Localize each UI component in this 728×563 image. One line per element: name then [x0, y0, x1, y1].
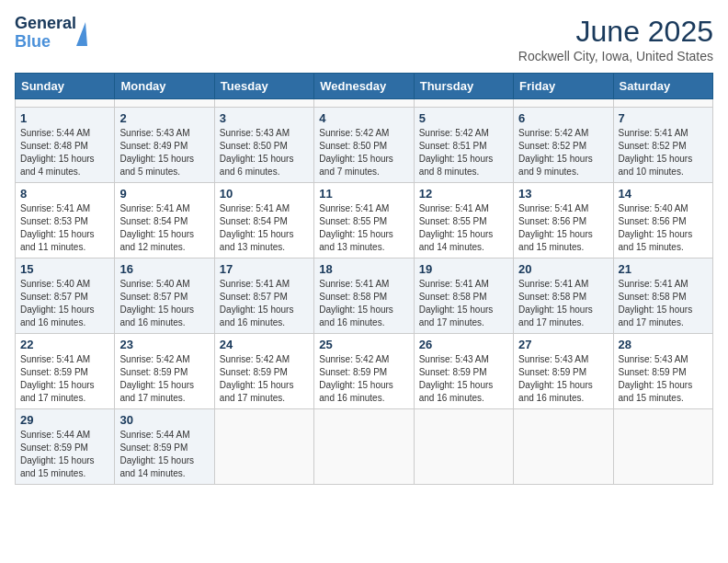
- calendar-day-cell: 2Sunrise: 5:43 AMSunset: 8:49 PMDaylight…: [115, 108, 214, 183]
- day-info: Sunrise: 5:43 AMSunset: 8:59 PMDaylight:…: [419, 353, 508, 405]
- title-block: June 2025 Rockwell City, Iowa, United St…: [518, 15, 713, 63]
- day-info: Sunrise: 5:40 AMSunset: 8:57 PMDaylight:…: [119, 278, 209, 329]
- day-number: 7: [619, 111, 708, 125]
- calendar-week-row: [16, 99, 713, 108]
- calendar-day-cell: 26Sunrise: 5:43 AMSunset: 8:59 PMDayligh…: [414, 334, 513, 409]
- calendar-day-cell: [16, 99, 115, 108]
- day-info: Sunrise: 5:41 AMSunset: 8:55 PMDaylight:…: [319, 202, 408, 254]
- page-header: General Blue June 2025 Rockwell City, Io…: [15, 15, 713, 63]
- calendar-day-cell: 6Sunrise: 5:42 AMSunset: 8:52 PMDaylight…: [514, 108, 613, 183]
- day-number: 5: [419, 111, 508, 125]
- day-number: 15: [20, 262, 109, 276]
- day-info: Sunrise: 5:41 AMSunset: 8:58 PMDaylight:…: [518, 278, 608, 329]
- calendar-day-cell: 15Sunrise: 5:40 AMSunset: 8:57 PMDayligh…: [16, 259, 115, 334]
- day-of-week-header: Monday: [115, 74, 214, 99]
- day-number: 8: [20, 187, 109, 201]
- day-info: Sunrise: 5:41 AMSunset: 8:55 PMDaylight:…: [419, 202, 508, 254]
- day-info: Sunrise: 5:40 AMSunset: 8:56 PMDaylight:…: [619, 202, 708, 254]
- day-number: 30: [119, 413, 209, 427]
- calendar-day-cell: 7Sunrise: 5:41 AMSunset: 8:52 PMDaylight…: [613, 108, 712, 183]
- day-of-week-header: Saturday: [613, 74, 712, 99]
- day-info: Sunrise: 5:42 AMSunset: 8:52 PMDaylight:…: [518, 127, 608, 178]
- day-info: Sunrise: 5:42 AMSunset: 8:59 PMDaylight:…: [319, 353, 408, 405]
- calendar-day-cell: 11Sunrise: 5:41 AMSunset: 8:55 PMDayligh…: [314, 183, 414, 259]
- day-info: Sunrise: 5:44 AMSunset: 8:59 PMDaylight:…: [20, 429, 109, 480]
- calendar-week-row: 29Sunrise: 5:44 AMSunset: 8:59 PMDayligh…: [16, 409, 713, 485]
- calendar-day-cell: [514, 99, 613, 108]
- day-info: Sunrise: 5:40 AMSunset: 8:57 PMDaylight:…: [20, 278, 109, 329]
- day-number: 24: [220, 338, 309, 351]
- calendar-day-cell: 21Sunrise: 5:41 AMSunset: 8:58 PMDayligh…: [613, 259, 712, 334]
- calendar-day-cell: 28Sunrise: 5:43 AMSunset: 8:59 PMDayligh…: [613, 334, 712, 409]
- calendar-week-row: 15Sunrise: 5:40 AMSunset: 8:57 PMDayligh…: [16, 259, 713, 334]
- day-of-week-header: Tuesday: [214, 74, 313, 99]
- calendar-day-cell: 12Sunrise: 5:41 AMSunset: 8:55 PMDayligh…: [414, 183, 513, 259]
- calendar-day-cell: 16Sunrise: 5:40 AMSunset: 8:57 PMDayligh…: [115, 259, 214, 334]
- day-number: 18: [319, 262, 408, 276]
- day-number: 29: [20, 413, 109, 427]
- day-number: 4: [319, 111, 408, 125]
- day-number: 25: [319, 338, 408, 351]
- day-number: 10: [220, 187, 309, 201]
- day-info: Sunrise: 5:41 AMSunset: 8:58 PMDaylight:…: [619, 278, 708, 329]
- calendar-day-cell: 19Sunrise: 5:41 AMSunset: 8:58 PMDayligh…: [414, 259, 513, 334]
- day-info: Sunrise: 5:41 AMSunset: 8:58 PMDaylight:…: [319, 278, 408, 329]
- day-number: 26: [419, 338, 508, 351]
- day-number: 22: [20, 338, 109, 351]
- day-of-week-header: Wednesday: [314, 74, 414, 99]
- logo-triangle-icon: [76, 22, 87, 46]
- day-of-week-header: Sunday: [16, 74, 115, 99]
- day-number: 19: [419, 262, 508, 276]
- day-number: 6: [518, 111, 608, 125]
- day-info: Sunrise: 5:43 AMSunset: 8:50 PMDaylight:…: [220, 127, 309, 178]
- calendar-day-cell: 13Sunrise: 5:41 AMSunset: 8:56 PMDayligh…: [514, 183, 613, 259]
- day-of-week-header: Friday: [514, 74, 613, 99]
- calendar-title: June 2025: [518, 15, 713, 49]
- calendar-week-row: 22Sunrise: 5:41 AMSunset: 8:59 PMDayligh…: [16, 334, 713, 409]
- day-number: 14: [619, 187, 708, 201]
- logo-blue: Blue: [15, 33, 76, 52]
- day-info: Sunrise: 5:42 AMSunset: 8:59 PMDaylight:…: [119, 353, 209, 405]
- calendar-day-cell: [115, 99, 214, 108]
- calendar-week-row: 1Sunrise: 5:44 AMSunset: 8:48 PMDaylight…: [16, 108, 713, 183]
- day-info: Sunrise: 5:42 AMSunset: 8:51 PMDaylight:…: [419, 127, 508, 178]
- day-number: 23: [119, 338, 209, 351]
- day-number: 20: [518, 262, 608, 276]
- day-info: Sunrise: 5:42 AMSunset: 8:59 PMDaylight:…: [220, 353, 309, 405]
- calendar-header-row: SundayMondayTuesdayWednesdayThursdayFrid…: [16, 74, 713, 99]
- calendar-table: SundayMondayTuesdayWednesdayThursdayFrid…: [15, 73, 713, 485]
- calendar-day-cell: [314, 99, 414, 108]
- calendar-day-cell: [314, 409, 414, 485]
- calendar-day-cell: 3Sunrise: 5:43 AMSunset: 8:50 PMDaylight…: [214, 108, 313, 183]
- calendar-day-cell: 8Sunrise: 5:41 AMSunset: 8:53 PMDaylight…: [16, 183, 115, 259]
- calendar-day-cell: [214, 99, 313, 108]
- calendar-day-cell: [613, 99, 712, 108]
- calendar-day-cell: [613, 409, 712, 485]
- calendar-day-cell: [214, 409, 313, 485]
- day-info: Sunrise: 5:43 AMSunset: 8:49 PMDaylight:…: [119, 127, 209, 178]
- calendar-week-row: 8Sunrise: 5:41 AMSunset: 8:53 PMDaylight…: [16, 183, 713, 259]
- day-number: 21: [619, 262, 708, 276]
- day-number: 11: [319, 187, 408, 201]
- calendar-day-cell: 18Sunrise: 5:41 AMSunset: 8:58 PMDayligh…: [314, 259, 414, 334]
- day-info: Sunrise: 5:43 AMSunset: 8:59 PMDaylight:…: [518, 353, 608, 405]
- day-info: Sunrise: 5:41 AMSunset: 8:58 PMDaylight:…: [419, 278, 508, 329]
- calendar-day-cell: 20Sunrise: 5:41 AMSunset: 8:58 PMDayligh…: [514, 259, 613, 334]
- day-of-week-header: Thursday: [414, 74, 513, 99]
- calendar-day-cell: 4Sunrise: 5:42 AMSunset: 8:50 PMDaylight…: [314, 108, 414, 183]
- calendar-subtitle: Rockwell City, Iowa, United States: [518, 49, 713, 63]
- day-info: Sunrise: 5:44 AMSunset: 8:59 PMDaylight:…: [119, 429, 209, 480]
- calendar-day-cell: 22Sunrise: 5:41 AMSunset: 8:59 PMDayligh…: [16, 334, 115, 409]
- day-number: 2: [119, 111, 209, 125]
- calendar-day-cell: 1Sunrise: 5:44 AMSunset: 8:48 PMDaylight…: [16, 108, 115, 183]
- calendar-day-cell: 24Sunrise: 5:42 AMSunset: 8:59 PMDayligh…: [214, 334, 313, 409]
- calendar-day-cell: 29Sunrise: 5:44 AMSunset: 8:59 PMDayligh…: [16, 409, 115, 485]
- calendar-day-cell: [414, 409, 513, 485]
- day-number: 28: [619, 338, 708, 351]
- calendar-day-cell: 10Sunrise: 5:41 AMSunset: 8:54 PMDayligh…: [214, 183, 313, 259]
- logo: General Blue: [15, 15, 87, 52]
- day-number: 3: [220, 111, 309, 125]
- calendar-day-cell: 23Sunrise: 5:42 AMSunset: 8:59 PMDayligh…: [115, 334, 214, 409]
- day-info: Sunrise: 5:41 AMSunset: 8:52 PMDaylight:…: [619, 127, 708, 178]
- logo-text: General Blue: [15, 15, 76, 52]
